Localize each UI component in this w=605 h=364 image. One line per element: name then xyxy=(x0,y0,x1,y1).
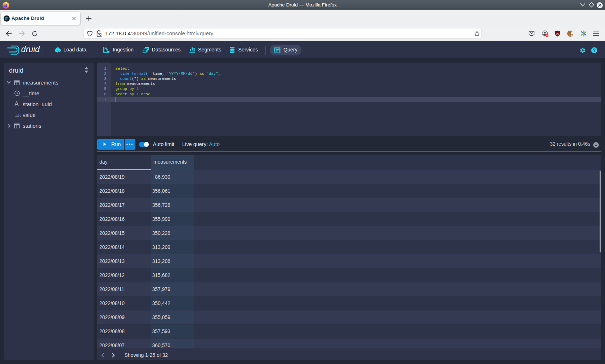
svg-text:?: ? xyxy=(593,48,596,53)
svg-text:uO: uO xyxy=(556,32,559,35)
